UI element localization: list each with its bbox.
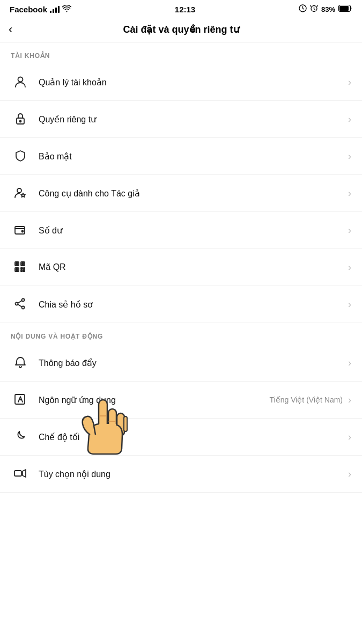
chevron-right-icon: › xyxy=(348,431,351,443)
page-title: Cài đặt và quyền riêng tư xyxy=(123,24,239,35)
status-right-icons: 83% xyxy=(299,4,352,14)
menu-text-so-du: Số dư xyxy=(39,225,346,236)
chevron-right-icon: › xyxy=(348,188,351,199)
chevron-right-icon: › xyxy=(348,299,351,310)
menu-container: TÀI KHOẢNQuản lý tài khoản›Quyền riêng t… xyxy=(0,42,362,493)
section-label-0: TÀI KHOẢN xyxy=(0,42,362,64)
menu-text-ngon-ngu: Ngôn ngữ ứng dụng xyxy=(39,395,270,405)
user-star-icon xyxy=(11,184,30,203)
svg-rect-15 xyxy=(16,269,18,270)
bell-icon xyxy=(11,353,30,372)
svg-rect-14 xyxy=(22,263,24,265)
menu-text-quan-ly-tai-khoan: Quản lý tài khoản xyxy=(39,77,346,87)
alarm-icon xyxy=(310,4,318,14)
lock-icon xyxy=(11,109,30,129)
svg-point-4 xyxy=(18,77,23,82)
menu-text-cong-cu-tac-gia: Công cụ dành cho Tác giả xyxy=(39,188,346,199)
section-label-1: NỘI DUNG VÀ HOẠT ĐỘNG xyxy=(0,323,362,345)
menu-item-cong-cu-tac-gia[interactable]: Công cụ dành cho Tác giả› xyxy=(0,175,362,212)
wallet-icon xyxy=(11,221,30,240)
menu-item-quyen-rieng-tu[interactable]: Quyền riêng tư› xyxy=(0,101,362,138)
menu-text-tuy-chon-noi-dung: Tùy chọn nội dung xyxy=(39,469,346,479)
chevron-right-icon: › xyxy=(348,357,351,369)
page-header: ‹ Cài đặt và quyền riêng tư xyxy=(0,17,362,42)
menu-item-quan-ly-tai-khoan[interactable]: Quản lý tài khoản› xyxy=(0,64,362,101)
svg-rect-21 xyxy=(15,394,25,404)
user-icon xyxy=(11,72,30,92)
moon-icon xyxy=(11,427,30,447)
status-bar: Facebook 12:13 xyxy=(0,0,362,17)
chevron-right-icon: › xyxy=(348,225,351,236)
signal-icon xyxy=(50,5,60,13)
svg-rect-3 xyxy=(339,6,349,11)
menu-subtext-ngon-ngu: Tiếng Việt (Việt Nam) xyxy=(270,396,343,404)
svg-rect-13 xyxy=(16,263,18,265)
chevron-right-icon: › xyxy=(348,151,351,162)
chevron-right-icon: › xyxy=(348,469,351,480)
svg-marker-23 xyxy=(23,470,26,477)
menu-item-bao-mat[interactable]: Bảo mật› xyxy=(0,138,362,175)
font-icon xyxy=(11,390,30,409)
menu-item-ngon-ngu[interactable]: Ngôn ngữ ứng dụngTiếng Việt (Việt Nam)› xyxy=(0,382,362,419)
chevron-right-icon: › xyxy=(348,394,351,406)
chevron-right-icon: › xyxy=(348,77,351,88)
menu-text-quyen-rieng-tu: Quyền riêng tư xyxy=(39,114,346,125)
menu-text-che-do-toi: Chế độ tối xyxy=(39,432,346,442)
menu-item-ma-qr[interactable]: Mã QR› xyxy=(0,249,362,286)
menu-item-thong-bao-day[interactable]: Thông báo đẩy› xyxy=(0,345,362,382)
menu-item-tuy-chon-noi-dung[interactable]: Tùy chọn nội dung› xyxy=(0,456,362,493)
shield-icon xyxy=(11,147,30,166)
back-button[interactable]: ‹ xyxy=(9,23,12,36)
svg-point-9 xyxy=(22,231,24,232)
video-icon xyxy=(11,464,30,484)
svg-point-6 xyxy=(20,121,21,122)
battery-percent: 83% xyxy=(321,5,335,13)
svg-line-19 xyxy=(18,301,21,303)
menu-text-bao-mat: Bảo mật xyxy=(39,151,346,162)
qr-icon xyxy=(11,258,30,277)
wifi-icon xyxy=(62,5,71,14)
status-time: 12:13 xyxy=(175,5,195,14)
menu-item-che-do-toi[interactable]: Chế độ tối› xyxy=(0,419,362,456)
menu-item-chia-se-ho-so[interactable]: Chia sẻ hồ sơ› xyxy=(0,286,362,323)
menu-text-thong-bao-day: Thông báo đẩy xyxy=(39,358,346,368)
chevron-right-icon: › xyxy=(348,114,351,125)
svg-rect-22 xyxy=(14,471,21,476)
chevron-right-icon: › xyxy=(348,262,351,273)
svg-line-20 xyxy=(18,304,21,307)
svg-point-7 xyxy=(17,188,21,193)
clock-icon xyxy=(299,4,307,14)
share-icon xyxy=(11,295,30,314)
battery-icon xyxy=(338,5,352,13)
status-app-name: Facebook xyxy=(10,5,71,14)
menu-item-so-du[interactable]: Số dư› xyxy=(0,212,362,249)
menu-text-ma-qr: Mã QR xyxy=(39,262,346,272)
menu-text-chia-se-ho-so: Chia sẻ hồ sơ xyxy=(39,299,346,310)
